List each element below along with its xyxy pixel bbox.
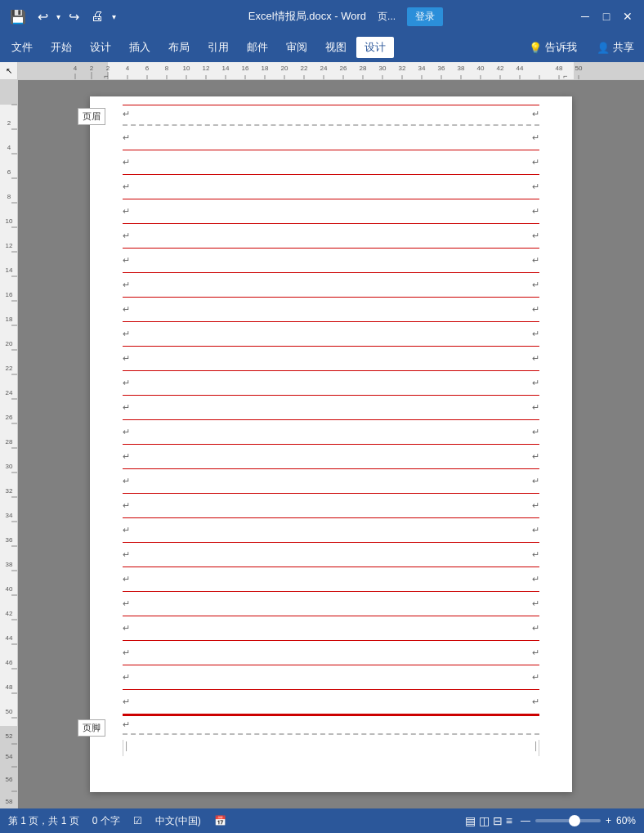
menu-insert[interactable]: 插入 xyxy=(121,37,159,58)
svg-text:30: 30 xyxy=(6,463,13,470)
svg-text:50: 50 xyxy=(6,708,13,715)
menu-mail[interactable]: 邮件 xyxy=(239,37,276,58)
svg-text:⌐: ⌐ xyxy=(104,72,108,80)
quick-access-dropdown[interactable]: ▾ xyxy=(112,12,116,21)
svg-text:2: 2 xyxy=(90,65,94,72)
svg-text:14: 14 xyxy=(222,65,230,72)
svg-text:34: 34 xyxy=(418,65,426,72)
print-preview-icon[interactable]: 🖨 xyxy=(87,7,107,25)
svg-text:16: 16 xyxy=(6,291,13,298)
share-label: 共享 xyxy=(613,40,634,55)
para-mark: ↵ xyxy=(532,255,539,266)
body-line-9: ↵ ↵ xyxy=(123,322,539,347)
page-button[interactable]: 页... xyxy=(373,8,400,25)
para-mark: ↵ xyxy=(123,598,130,609)
menu-home[interactable]: 开始 xyxy=(42,37,80,58)
para-mark: ↵ xyxy=(123,574,130,584)
horizontal-ruler: 4 2 2 4 6 8 10 12 14 16 xyxy=(18,62,644,80)
vertical-ruler-svg: 2 4 6 8 10 12 14 16 18 20 22 xyxy=(0,80,18,808)
page-break-icon[interactable]: ≡ xyxy=(506,814,512,827)
undo-dropdown[interactable]: ▾ xyxy=(56,12,60,21)
svg-text:32: 32 xyxy=(399,65,406,72)
svg-text:2: 2 xyxy=(7,119,11,127)
para-mark: ↵ xyxy=(532,525,539,535)
header-content: ↵ ↵ xyxy=(123,109,539,119)
para-mark: ↵ xyxy=(123,206,130,217)
zoom-minus[interactable]: — xyxy=(521,815,530,826)
login-button[interactable]: 登录 xyxy=(407,7,443,26)
para-mark: ↵ xyxy=(123,402,130,413)
tell-me-button[interactable]: 💡 告诉我 xyxy=(522,37,584,58)
para-mark: ↵ xyxy=(123,427,130,437)
para-mark: ↵ xyxy=(532,132,539,143)
body-line-17: ↵ ↵ xyxy=(123,518,539,543)
redo-icon[interactable]: ↪ xyxy=(65,7,83,26)
body-line-15: ↵ ↵ xyxy=(123,469,539,494)
page: 页眉 ↵ ↵ ↵ ↵ ↵ ↵ ↵ xyxy=(90,96,572,792)
svg-text:40: 40 xyxy=(477,65,485,72)
zoom-thumb xyxy=(569,815,580,826)
svg-text:30: 30 xyxy=(379,65,387,72)
para-mark: ↵ xyxy=(532,206,539,217)
svg-text:32: 32 xyxy=(6,487,13,495)
undo-icon[interactable]: ↩ xyxy=(34,7,51,26)
svg-text:8: 8 xyxy=(165,65,169,72)
vertical-ruler: 2 4 6 8 10 12 14 16 18 20 22 xyxy=(0,80,18,808)
calendar-icon: 📅 xyxy=(214,815,226,826)
minimize-button[interactable]: ─ xyxy=(575,7,595,26)
svg-rect-1 xyxy=(18,62,108,80)
para-mark: ↵ xyxy=(532,304,539,315)
para-mark: ↵ xyxy=(123,353,130,364)
web-layout-icon[interactable]: ⊟ xyxy=(493,814,503,827)
body-line-11: ↵ ↵ xyxy=(123,371,539,396)
menu-view[interactable]: 视图 xyxy=(317,37,355,58)
svg-text:38: 38 xyxy=(6,561,13,568)
print-layout-icon[interactable]: ▤ xyxy=(465,814,476,827)
body-line-16: ↵ ↵ xyxy=(123,494,539,518)
save-icon[interactable]: 💾 xyxy=(7,7,29,26)
titlebar: 💾 ↩ ▾ ↪ 🖨 ▾ Excel情报局.docx - Word 页... 登录… xyxy=(0,0,644,33)
body-line-23: ↵ ↵ xyxy=(123,665,539,690)
para-mark: ↵ xyxy=(532,451,539,462)
svg-text:4: 4 xyxy=(126,65,130,72)
zoom-slider[interactable] xyxy=(535,819,601,822)
svg-text:44: 44 xyxy=(517,65,524,72)
svg-text:2: 2 xyxy=(106,65,110,72)
body-line-21: ↵ ↵ xyxy=(123,616,539,641)
svg-text:24: 24 xyxy=(6,389,13,396)
input-method: 中文(中国) xyxy=(155,814,201,828)
zoom-plus[interactable]: + xyxy=(606,815,611,826)
ruler-corner[interactable]: ↖ xyxy=(0,62,18,80)
para-mark: ↵ xyxy=(532,623,539,634)
menu-layout[interactable]: 布局 xyxy=(160,37,198,58)
svg-text:58: 58 xyxy=(6,798,13,805)
svg-text:26: 26 xyxy=(6,414,13,421)
svg-text:6: 6 xyxy=(145,65,150,72)
svg-text:24: 24 xyxy=(320,65,328,72)
para-mark: ↵ xyxy=(532,280,539,290)
document-area[interactable]: 页眉 ↵ ↵ ↵ ↵ ↵ ↵ ↵ xyxy=(18,80,644,808)
para-mark: ↵ xyxy=(532,181,539,192)
para-mark: ↵ xyxy=(532,647,539,658)
svg-text:40: 40 xyxy=(6,585,13,593)
close-button[interactable]: ✕ xyxy=(618,7,637,26)
para-mark: ↵ xyxy=(123,255,130,266)
read-mode-icon[interactable]: ◫ xyxy=(479,814,490,827)
menu-reference[interactable]: 引用 xyxy=(199,37,237,58)
para-mark: ↵ xyxy=(532,427,539,437)
para-mark: ↵ xyxy=(532,574,539,584)
menu-design-active[interactable]: 设计 xyxy=(356,37,394,58)
svg-text:18: 18 xyxy=(6,316,13,323)
tell-me-label: 告诉我 xyxy=(545,40,577,55)
share-button[interactable]: 👤 共享 xyxy=(590,37,641,58)
svg-text:28: 28 xyxy=(360,65,367,72)
menu-design[interactable]: 设计 xyxy=(82,37,119,58)
menu-file[interactable]: 文件 xyxy=(3,37,41,58)
maximize-button[interactable]: □ xyxy=(597,7,616,26)
menu-review[interactable]: 审阅 xyxy=(278,37,315,58)
zoom-percent[interactable]: 60% xyxy=(616,815,636,826)
main-area: 2 4 6 8 10 12 14 16 18 20 22 xyxy=(0,80,644,808)
body-line-4: ↵ ↵ xyxy=(123,199,539,224)
svg-text:50: 50 xyxy=(575,65,583,72)
svg-text:44: 44 xyxy=(6,634,13,642)
